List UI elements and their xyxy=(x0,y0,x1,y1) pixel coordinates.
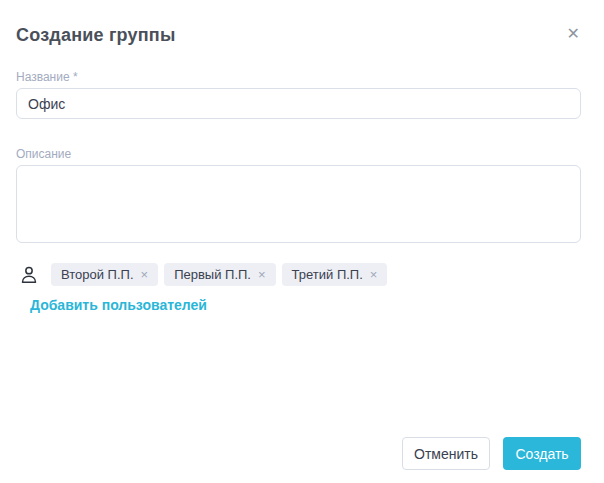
user-chips: Второй П.П. × Первый П.П. × Третий П.П. … xyxy=(51,263,387,286)
user-chip: Второй П.П. × xyxy=(51,263,158,286)
cancel-button[interactable]: Отменить xyxy=(402,437,490,470)
close-icon[interactable]: ✕ xyxy=(567,26,580,42)
dialog-footer: Отменить Создать xyxy=(402,437,581,470)
chip-remove-icon[interactable]: × xyxy=(141,268,149,281)
description-field-label: Описание xyxy=(16,147,581,161)
chip-remove-icon[interactable]: × xyxy=(370,268,378,281)
user-chip-label: Первый П.П. xyxy=(174,267,251,282)
name-field-label: Название * xyxy=(16,70,581,84)
dialog-title: Создание группы xyxy=(16,25,175,46)
user-chip: Первый П.П. × xyxy=(164,263,275,286)
chip-remove-icon[interactable]: × xyxy=(258,268,266,281)
name-label-text: Название xyxy=(16,70,70,84)
add-users-link[interactable]: Добавить пользователей xyxy=(30,297,207,313)
name-field: Название * xyxy=(16,70,581,119)
user-chip-label: Второй П.П. xyxy=(61,267,134,282)
dialog-body: Название * Описание Второй П.П. × xyxy=(0,70,604,314)
create-group-dialog: Создание группы ✕ Название * Описание xyxy=(0,0,604,483)
dialog-header: Создание группы ✕ xyxy=(0,0,604,46)
members-row: Второй П.П. × Первый П.П. × Третий П.П. … xyxy=(16,263,581,286)
create-button[interactable]: Создать xyxy=(503,437,581,470)
user-chip-label: Третий П.П. xyxy=(292,267,363,282)
group-description-textarea[interactable] xyxy=(16,165,581,243)
person-icon xyxy=(19,264,39,286)
group-name-input[interactable] xyxy=(16,88,581,119)
required-asterisk: * xyxy=(73,70,78,84)
user-chip: Третий П.П. × xyxy=(282,263,388,286)
description-field: Описание xyxy=(16,147,581,243)
